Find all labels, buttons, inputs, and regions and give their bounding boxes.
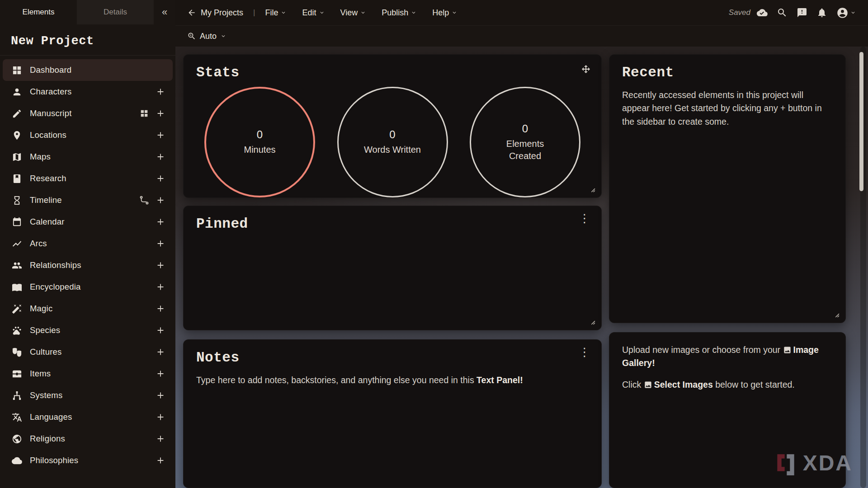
app-window: Elements Details « New Project Dashboard… (0, 0, 868, 488)
sidebar-item-locations[interactable]: Locations (3, 124, 173, 146)
sidebar-item-characters[interactable]: Characters (3, 81, 173, 103)
move-panel-icon[interactable] (580, 64, 591, 75)
sidebar-item-magic[interactable]: Magic (3, 298, 173, 319)
hierarchy-icon (12, 390, 22, 401)
add-species-button[interactable] (156, 325, 165, 335)
minutes-label: Minutes (244, 144, 275, 156)
people-icon (12, 260, 22, 271)
wand-icon (12, 304, 22, 314)
zoom-level-label: Auto (200, 32, 217, 41)
add-systems-button[interactable] (156, 390, 165, 400)
tab-elements[interactable]: Elements (0, 0, 77, 24)
sidebar-item-species[interactable]: Species (3, 319, 173, 341)
sidebar-item-dashboard[interactable]: Dashboard (3, 59, 173, 81)
account-icon (836, 7, 849, 19)
search-icon[interactable] (777, 7, 788, 18)
main-area: My Projects | File Edit View Publish (175, 0, 868, 488)
menu-view[interactable]: View (340, 8, 367, 18)
scrollbar-track[interactable] (860, 47, 866, 488)
dashboard-left-column: Stats 0 Minutes 0 Words Written 0 (183, 54, 602, 488)
panel-menu-icon[interactable]: ⋮ (579, 212, 590, 224)
images-line2-text: Click (622, 380, 644, 389)
zoom-control[interactable]: Auto (187, 32, 226, 41)
images-line2: Click Select Images below to get started… (609, 370, 845, 391)
add-research-button[interactable] (156, 174, 165, 183)
back-to-projects-link[interactable]: My Projects (187, 8, 243, 18)
menu-file-label: File (265, 8, 278, 18)
sidebar-item-languages[interactable]: Languages (3, 406, 173, 428)
topbar-divider: | (253, 8, 255, 17)
notes-text-bold: Text Panel! (476, 375, 523, 385)
account-menu[interactable] (836, 7, 856, 19)
add-locations-button[interactable] (156, 130, 165, 140)
chevron-down-icon (280, 9, 287, 16)
add-timeline-button[interactable] (156, 195, 165, 205)
topbar: My Projects | File Edit View Publish (175, 0, 868, 25)
calendar-icon (12, 217, 22, 227)
add-languages-button[interactable] (156, 412, 165, 422)
panel-menu-icon[interactable]: ⋮ (579, 346, 590, 358)
add-maps-button[interactable] (156, 152, 165, 162)
sidebar-item-label: Calendar (30, 217, 156, 227)
sidebar-item-religions[interactable]: Religions (3, 428, 173, 450)
masks-icon (12, 347, 22, 357)
back-arrow-icon (187, 8, 196, 17)
menu-view-label: View (340, 8, 358, 18)
sidebar-item-research[interactable]: Research (3, 168, 173, 189)
menu-edit[interactable]: Edit (302, 8, 325, 18)
add-magic-button[interactable] (156, 304, 165, 314)
timeline-flow-button[interactable] (139, 195, 149, 205)
tab-details[interactable]: Details (77, 0, 154, 24)
sidebar-item-label: Systems (30, 390, 156, 400)
sidebar-item-label: Relationships (30, 260, 156, 270)
save-status-label: Saved (729, 8, 750, 17)
sidebar-item-items[interactable]: Items (3, 363, 173, 385)
add-encyclopedia-button[interactable] (156, 282, 165, 292)
resize-handle-icon[interactable] (587, 184, 596, 193)
add-cultures-button[interactable] (156, 347, 165, 357)
image-icon (783, 346, 792, 354)
select-images-link[interactable]: Select Images (654, 380, 713, 389)
menu-file[interactable]: File (265, 8, 287, 18)
sidebar-collapse-button[interactable]: « (154, 0, 175, 24)
sidebar-item-arcs[interactable]: Arcs (3, 233, 173, 254)
add-religions-button[interactable] (156, 434, 165, 444)
add-relationships-button[interactable] (156, 260, 165, 270)
sidebar-item-encyclopedia[interactable]: Encyclopedia (3, 276, 173, 298)
sidebar-item-timeline[interactable]: Timeline (3, 189, 173, 211)
recent-empty-text: Recently accessed elements in this proje… (609, 80, 845, 128)
add-philosophies-button[interactable] (156, 455, 165, 465)
add-arcs-button[interactable] (156, 239, 165, 249)
bell-icon[interactable] (816, 7, 827, 18)
notes-placeholder-text[interactable]: Type here to add notes, backstories, and… (184, 366, 601, 387)
globe-icon (12, 434, 22, 444)
sidebar-item-relationships[interactable]: Relationships (3, 254, 173, 276)
resize-handle-icon[interactable] (831, 309, 840, 318)
dashboard-right-column: Recent Recently accessed elements in thi… (609, 54, 846, 488)
sidebar-item-cultures[interactable]: Cultures (3, 341, 173, 363)
stats-circles: 0 Minutes 0 Words Written 0 Elements Cre… (184, 80, 601, 197)
add-manuscript-button[interactable] (156, 108, 165, 118)
minutes-value: 0 (257, 128, 263, 141)
chevron-down-icon (319, 9, 325, 16)
resize-handle-icon[interactable] (587, 316, 596, 325)
add-calendar-button[interactable] (156, 217, 165, 227)
sidebar-item-systems[interactable]: Systems (3, 385, 173, 406)
cloud-saved-icon (757, 7, 768, 18)
sidebar-item-calendar[interactable]: Calendar (3, 211, 173, 233)
stats-panel: Stats 0 Minutes 0 Words Written 0 (183, 54, 602, 198)
menu-help[interactable]: Help (432, 8, 458, 18)
back-link-label: My Projects (201, 8, 243, 18)
add-characters-button[interactable] (156, 87, 165, 97)
sidebar-item-philosophies[interactable]: Philosophies (3, 450, 173, 471)
feedback-icon[interactable] (797, 7, 807, 18)
sidebar-item-manuscript[interactable]: Manuscript (3, 103, 173, 124)
add-items-button[interactable] (156, 369, 165, 379)
sidebar-tabs: Elements Details « (0, 0, 175, 24)
xda-watermark: XDA (773, 450, 853, 475)
pinned-panel-title: Pinned (184, 206, 601, 232)
sidebar-item-maps[interactable]: Maps (3, 146, 173, 168)
manuscript-grid-view-button[interactable] (139, 108, 149, 118)
scrollbar-thumb[interactable] (859, 52, 863, 191)
menu-publish[interactable]: Publish (382, 8, 417, 18)
